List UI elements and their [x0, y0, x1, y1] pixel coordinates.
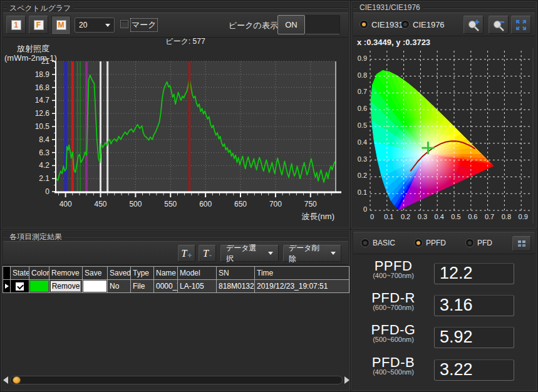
display-option-button[interactable] — [512, 236, 531, 251]
ppfd-radio[interactable] — [414, 239, 423, 247]
zoom-in-button[interactable] — [463, 16, 484, 34]
chevron-down-icon — [105, 24, 110, 27]
basic-radio[interactable] — [361, 239, 370, 247]
header-name: Name — [154, 267, 178, 280]
svg-text:10.5: 10.5 — [35, 122, 50, 131]
color-cell[interactable] — [29, 280, 49, 293]
scrollbar-track[interactable] — [10, 376, 343, 384]
svg-text:波長(nm): 波長(nm) — [301, 212, 334, 221]
header-state: State — [11, 267, 29, 280]
pfd-r-label-text: PFD-R — [355, 291, 432, 305]
graph-mode-f-button[interactable]: F — [29, 16, 48, 34]
state-checkbox[interactable] — [15, 282, 24, 291]
header-type: Type — [131, 267, 154, 280]
spectrum-panel: スペクトルグラフ 1 F M 20 マーク ピークの表示 ON ピーク: 577… — [1, 1, 350, 229]
svg-text:8.4: 8.4 — [39, 135, 49, 144]
cie1931-radio-label[interactable]: CIE1931 — [371, 20, 403, 29]
svg-text:600: 600 — [199, 200, 212, 209]
cie-toolbar: CIE1931 CIE1976 — [353, 13, 535, 36]
basic-radio-label[interactable]: BASIC — [373, 239, 395, 247]
svg-text:0: 0 — [363, 205, 367, 213]
horizontal-scrollbar — [3, 374, 349, 386]
svg-text:0.1: 0.1 — [358, 188, 367, 196]
results-panel: 各項目測定結果 T + T - データ選択 データ削除 State Color … — [1, 230, 350, 391]
header-sn: SN — [217, 267, 255, 280]
cie1931-radio[interactable] — [360, 20, 368, 29]
table-row[interactable]: Remove No File 0000_Y LA-105 818M0132 20… — [3, 280, 349, 293]
svg-text:0.7: 0.7 — [358, 88, 367, 95]
cie-panel-scrollbar[interactable] — [532, 47, 534, 224]
data-delete-label: データ削除 — [289, 243, 326, 264]
spectrum-toolbar: 1 F M 20 マーク ピークの表示 ON — [3, 13, 348, 38]
font-decrease-button[interactable]: T - — [199, 245, 216, 262]
save-cell[interactable] — [83, 280, 108, 293]
svg-text:500: 500 — [129, 200, 142, 209]
save-box — [83, 281, 106, 292]
svg-text:650: 650 — [234, 200, 247, 209]
data-select-label: データ選択 — [226, 243, 263, 264]
pfd-r-label: PFD-R (600~700nm) — [355, 291, 432, 311]
mark-checkbox[interactable] — [120, 20, 128, 28]
svg-text:12.6: 12.6 — [35, 109, 50, 118]
chromaticity-coords: x :0.3449, y :0.3723 — [357, 38, 430, 47]
svg-text:0: 0 — [45, 187, 49, 196]
pfd-g-range-text: (500~600nm) — [355, 336, 432, 343]
row-selector-cell[interactable] — [3, 280, 11, 293]
svg-text:0.8: 0.8 — [502, 213, 511, 220]
zoom-out-button[interactable] — [489, 16, 509, 34]
pfd-radio-label[interactable]: PFD — [477, 239, 492, 247]
svg-text:0.2: 0.2 — [358, 172, 367, 179]
scroll-right-arrow-icon[interactable] — [344, 376, 349, 384]
fit-view-button[interactable] — [511, 16, 531, 34]
zoom-out-icon — [492, 18, 505, 32]
average-count-value: 20 — [75, 21, 105, 29]
mark-checkbox-label[interactable]: マーク — [132, 19, 157, 31]
pfd-g-value: 5.92 — [434, 327, 514, 348]
app-window: { "colors": { "accent_orange": "#eba73f"… — [0, 0, 538, 392]
remove-button[interactable]: Remove — [51, 281, 81, 292]
cie1976-radio[interactable] — [401, 20, 410, 29]
data-select-dropdown[interactable]: データ選択 — [220, 245, 279, 262]
ppfd-label: PPFD (400~700nm) — [355, 259, 432, 279]
header-time: Time — [255, 267, 349, 280]
cie1976-radio-label[interactable]: CIE1976 — [413, 20, 445, 29]
pfd-b-label: PFD-B (400~500nm) — [355, 356, 432, 376]
graph-mode-1-button[interactable]: 1 — [6, 16, 26, 34]
peak-display-on-button[interactable]: ON — [277, 15, 305, 34]
measure-mode-bar: BASIC PPFD PFD — [353, 232, 535, 254]
pfd-b-label-text: PFD-B — [355, 356, 432, 369]
svg-text:0.8: 0.8 — [358, 71, 367, 79]
ppfd-range-text: (400~700nm) — [355, 272, 432, 279]
cie-diagram: 000.10.10.20.20.30.30.40.40.50.50.60.60.… — [352, 46, 537, 228]
cie-panel-title: CIE1931/CIE1976 — [357, 3, 423, 12]
header-save: Save — [83, 267, 108, 280]
svg-text:16.8: 16.8 — [35, 83, 50, 92]
font-increase-button[interactable]: T + — [178, 245, 195, 262]
average-count-dropdown[interactable]: 20 — [75, 18, 115, 33]
font-increase-letter: T — [182, 249, 187, 258]
scroll-left-arrow-icon[interactable] — [3, 376, 8, 384]
ppfd-radio-label[interactable]: PPFD — [426, 239, 446, 247]
peak-display-off-button[interactable] — [305, 15, 340, 34]
measure-panel: BASIC PPFD PFD PPFD (400~700nm) 12.2 PFD… — [351, 230, 537, 391]
pfd-b-value: 3.22 — [434, 359, 514, 381]
saved-cell: No — [108, 280, 131, 293]
graph-mode-m-button[interactable]: M — [51, 16, 71, 34]
remove-cell: Remove — [49, 280, 83, 293]
pfd-g-label-text: PFD-G — [355, 323, 432, 337]
scrollbar-thumb[interactable] — [13, 376, 21, 384]
spectrum-chart: 02.14.26.38.410.512.614.716.818.92140045… — [2, 37, 350, 228]
data-delete-dropdown[interactable]: データ削除 — [283, 245, 341, 262]
header-model: Model — [178, 267, 217, 280]
header-color: Color — [29, 267, 49, 280]
pfd-radio[interactable] — [465, 239, 474, 247]
svg-text:2.1: 2.1 — [39, 174, 49, 183]
peak-display-label: ピークの表示 — [229, 20, 278, 31]
pfd-r-value: 3.16 — [434, 295, 514, 316]
row-selected-arrow-icon — [5, 284, 9, 289]
grid-icon — [517, 240, 526, 247]
header-saved: Saved — [108, 267, 131, 280]
zoom-in-icon — [467, 18, 480, 32]
sn-cell: 818M0132 — [217, 280, 255, 293]
table-header-row: State Color Remove Save Saved Type Name … — [3, 267, 349, 280]
